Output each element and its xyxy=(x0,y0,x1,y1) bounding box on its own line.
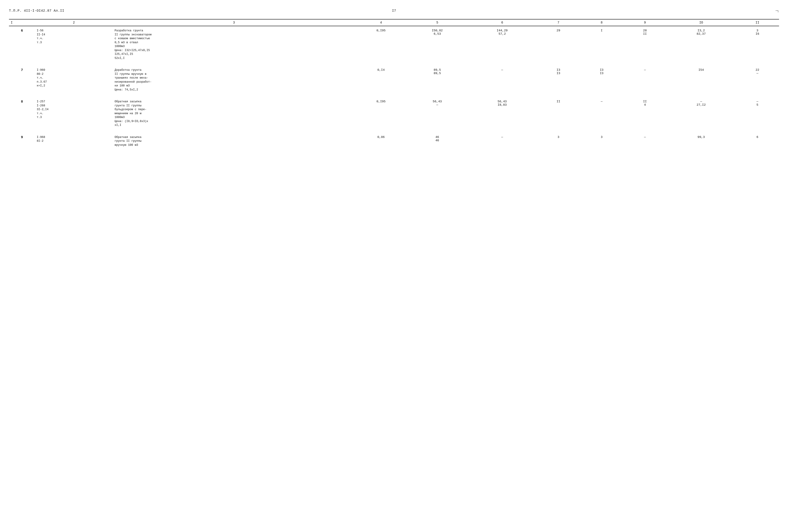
table-row: 6I-56 II-I4 т.ч. т.3Разработка грунта II… xyxy=(9,26,779,61)
row-col4: 0,I95 xyxy=(355,26,407,61)
row-code: I-56 II-I4 т.ч. т.3 xyxy=(35,26,113,61)
page-header: Т.П.Р. 4II-I-OI42.87 Ал.II I7 —┐ xyxy=(9,7,779,13)
row-code: I-960 80-2 т.ч. п.3.67 к=I,2 xyxy=(35,66,113,93)
row-col11: 22 — xyxy=(736,66,779,93)
table-row: 9I-968 8I-2Обратная засыпка грунта II гр… xyxy=(9,133,779,148)
row-number: 9 xyxy=(9,133,35,148)
table-row: 7I-960 80-2 т.ч. п.3.67 к=I,2Доработка г… xyxy=(9,66,779,93)
col-header-4: 4 xyxy=(355,19,407,26)
row-col9: 28 II xyxy=(623,26,667,61)
header-title-center: I7 xyxy=(392,9,396,13)
row-col4: 0,I95 xyxy=(355,97,407,128)
spacer-row xyxy=(9,61,779,66)
row-col6: I44,29 57,2 xyxy=(468,26,537,61)
row-code: I-257 I-268 3I-2,I4 т.ч. т.3 xyxy=(35,97,113,128)
row-col5: 56,43 — xyxy=(407,97,468,128)
row-col4: 0,I4 xyxy=(355,66,407,93)
row-col7: 3 xyxy=(537,133,580,148)
row-col9: II 4 xyxy=(623,97,667,128)
row-col10: I3,2 82,37 xyxy=(667,26,736,61)
row-col6: — xyxy=(468,66,537,93)
row-col11: 3 I6 xyxy=(736,26,779,61)
row-col6: 56,43 I8,83 xyxy=(468,97,537,128)
col-header-10: IO xyxy=(667,19,736,26)
row-col5: 89,5 89,5 xyxy=(407,66,468,93)
row-col7: II xyxy=(537,97,580,128)
col-header-2: 2 xyxy=(35,19,113,26)
main-table-container: I 2 3 4 5 6 7 8 9 IO II 6I-56 II-I4 т.ч.… xyxy=(9,19,779,148)
row-col8: I xyxy=(580,26,623,61)
col-header-5: 5 xyxy=(407,19,468,26)
row-col5: 46 46 xyxy=(407,133,468,148)
main-table: I 2 3 4 5 6 7 8 9 IO II 6I-56 II-I4 т.ч.… xyxy=(9,19,779,148)
table-row: 8I-257 I-268 3I-2,I4 т.ч. т.3Обратная за… xyxy=(9,97,779,128)
row-col11: 6 xyxy=(736,133,779,148)
col-header-6: 6 xyxy=(468,19,537,26)
col-header-9: 9 xyxy=(623,19,667,26)
column-headers: I 2 3 4 5 6 7 8 9 IO II xyxy=(9,19,779,26)
row-number: 7 xyxy=(9,66,35,93)
spacer-row xyxy=(9,93,779,97)
row-col7: I3 I3 xyxy=(537,66,580,93)
row-col8: 3 xyxy=(580,133,623,148)
col-header-7: 7 xyxy=(537,19,580,26)
row-description: Доработка грунта II группы вручную в тра… xyxy=(113,66,355,93)
header-corner: —┐ xyxy=(775,9,779,12)
row-col9: — xyxy=(623,66,667,93)
row-col11: — 5 xyxy=(736,97,779,128)
row-col10: — 27,I2 xyxy=(667,97,736,128)
row-col4: 0,06 xyxy=(355,133,407,148)
row-number: 8 xyxy=(9,97,35,128)
row-col8: — xyxy=(580,97,623,128)
header-title-left: Т.П.Р. 4II-I-OI42.87 Ал.II xyxy=(9,9,64,13)
col-header-11: II xyxy=(736,19,779,26)
row-col7: 29 xyxy=(537,26,580,61)
row-code: I-968 8I-2 xyxy=(35,133,113,148)
row-col6: — xyxy=(468,133,537,148)
spacer-row xyxy=(9,128,779,133)
row-col10: 99,3 xyxy=(667,133,736,148)
row-description: Обратная засыпка грунта II группы бульдо… xyxy=(113,97,355,128)
row-col5: I50,82 6,53 xyxy=(407,26,468,61)
row-col8: I3 I3 xyxy=(580,66,623,93)
col-header-3: 3 xyxy=(113,19,355,26)
col-header-8: 8 xyxy=(580,19,623,26)
row-col10: I54 xyxy=(667,66,736,93)
row-number: 6 xyxy=(9,26,35,61)
row-col9: — xyxy=(623,133,667,148)
row-description: Разработка грунта II группы экскаватором… xyxy=(113,26,355,61)
col-header-1: I xyxy=(9,19,35,26)
row-description: Обратная засыпка грунта II группы вручну… xyxy=(113,133,355,148)
